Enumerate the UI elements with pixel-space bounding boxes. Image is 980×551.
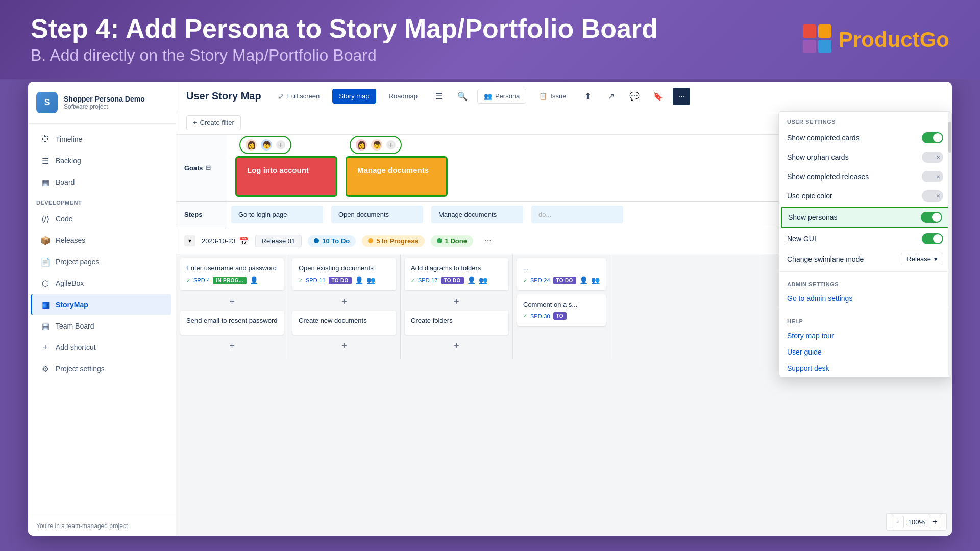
new-gui-toggle[interactable] xyxy=(922,233,943,244)
goals-cards-area: 👩 👦 + Log into account 👩 xyxy=(227,135,456,201)
task-column-4: ... ✓ SPD-24 TO DO 👤 👥 Comment on a s... xyxy=(513,254,610,359)
user-group-icon-2: 👥 xyxy=(366,276,375,284)
dot-todo xyxy=(314,238,319,243)
chat-btn[interactable]: 💬 xyxy=(626,88,643,105)
avatar-add-1[interactable]: + xyxy=(275,139,286,151)
story-map-tour-link[interactable]: Story map tour xyxy=(779,328,951,344)
new-gui-label: New GUI xyxy=(787,235,816,243)
user-group-icon-3: 👥 xyxy=(479,276,487,284)
user-guide-link[interactable]: User guide xyxy=(779,344,951,360)
spd-badge-1: SPD-4 xyxy=(193,277,210,283)
show-completed-cards-label: Show completed cards xyxy=(787,134,860,142)
sidebar-item-backlog[interactable]: ☰ Backlog xyxy=(32,151,172,171)
bookmark-btn[interactable]: 🔖 xyxy=(649,88,667,105)
issue-btn[interactable]: 📋 Issue xyxy=(532,89,573,104)
show-orphan-cards-toggle[interactable] xyxy=(922,152,943,163)
show-personas-toggle[interactable] xyxy=(921,212,942,223)
task-card-2: Send email to resent password xyxy=(180,311,284,335)
create-filter-btn[interactable]: + Create filter xyxy=(186,115,241,130)
show-completed-cards-row: Show completed cards xyxy=(779,128,951,147)
filter-icon[interactable]: ⊟ xyxy=(206,164,211,171)
header-title: Step 4: Add Persona to Story Map/Portfol… xyxy=(31,14,658,43)
dropdown-scrollbar[interactable] xyxy=(948,112,951,377)
task-footer-3: ✓ SPD-17 TO DO 👤 👥 xyxy=(411,276,502,284)
sidebar-item-agilebox[interactable]: ⬡ AgileBox xyxy=(32,273,172,293)
svg-rect-3 xyxy=(818,40,831,53)
zoom-bar: - 100% + xyxy=(886,513,947,531)
board-icon: ▦ xyxy=(40,177,51,187)
spd-badge-2: SPD-11 xyxy=(306,277,326,283)
use-epic-color-toggle[interactable] xyxy=(922,190,943,202)
support-desk-link[interactable]: Support desk xyxy=(779,360,951,377)
sidebar-item-label: Backlog xyxy=(56,157,81,165)
go-to-admin-settings-link[interactable]: Go to admin settings xyxy=(779,290,951,307)
spd-badge-3: SPD-17 xyxy=(418,277,438,283)
roadmap-tab[interactable]: Roadmap xyxy=(382,89,424,104)
steps-cards: Go to login page Open documents Manage d… xyxy=(227,202,627,228)
sidebar-item-team-board[interactable]: ▦ Team Board xyxy=(32,316,172,336)
sidebar-item-storymap[interactable]: ▦ StoryMap xyxy=(31,294,172,315)
spd-badge-5: SPD-30 xyxy=(530,313,550,319)
admin-settings-title: ADMIN SETTINGS xyxy=(779,274,951,290)
release-toggle[interactable]: ▾ xyxy=(184,235,195,246)
show-completed-cards-toggle[interactable] xyxy=(922,132,943,143)
status-chip-1: IN PROG... xyxy=(213,277,247,284)
task-card-1: Enter username and password ✓ SPD-4 IN P… xyxy=(180,258,284,290)
task-footer-1: ✓ SPD-4 IN PROG... 👤 xyxy=(186,276,278,284)
svg-rect-2 xyxy=(803,40,816,53)
search-btn[interactable]: 🔍 xyxy=(454,88,471,105)
swimlane-select[interactable]: Release ▾ xyxy=(901,253,943,265)
share-btn[interactable]: ↗ xyxy=(602,88,620,105)
release-more-btn[interactable]: ··· xyxy=(479,232,497,249)
sidebar-item-releases[interactable]: 📦 Releases xyxy=(32,230,172,251)
topbar-title: User Story Map xyxy=(186,90,261,102)
svg-rect-1 xyxy=(818,24,831,38)
calendar-icon[interactable]: 📅 xyxy=(239,236,249,246)
task-card-5: Add diagrams to folders ✓ SPD-17 TO DO 👤… xyxy=(405,258,508,290)
more-btn[interactable]: ··· xyxy=(673,88,690,105)
add-card-3[interactable]: + xyxy=(337,294,352,309)
project-avatar: S xyxy=(36,92,58,113)
show-personas-row: Show personas xyxy=(781,207,949,228)
sidebar-item-label: Team Board xyxy=(56,322,94,330)
sidebar-item-label: Project settings xyxy=(56,365,105,373)
step-card-2: Open documents xyxy=(331,206,423,223)
badge-inprogress: 5 In Progress xyxy=(362,235,424,247)
dot-done xyxy=(437,238,442,243)
badge-done: 1 Done xyxy=(431,235,473,247)
zoom-level: 100% xyxy=(908,518,925,526)
sidebar-item-timeline[interactable]: ⏱ Timeline xyxy=(32,129,172,149)
avatar-add-2[interactable]: + xyxy=(385,139,397,151)
show-completed-releases-toggle[interactable] xyxy=(922,171,943,182)
show-orphan-cards-row: Show orphan cards xyxy=(779,147,951,167)
story-map-tab[interactable]: Story map xyxy=(332,89,376,104)
sidebar-item-board[interactable]: ▦ Board xyxy=(32,172,172,192)
task-card-8: Comment on a s... ✓ SPD-30 TO xyxy=(517,294,606,326)
plus-icon: + xyxy=(193,119,197,127)
project-type: Software project xyxy=(64,103,145,110)
spd-check-2: ✓ xyxy=(299,278,303,283)
zoom-minus-btn[interactable]: - xyxy=(892,516,904,528)
full-screen-btn[interactable]: ⤢ Full screen xyxy=(272,89,327,104)
status-chip-2: TO DO xyxy=(329,277,352,284)
sidebar-item-add-shortcut[interactable]: + Add shortcut xyxy=(32,337,172,358)
step-card-1: Go to login page xyxy=(231,206,323,223)
sidebar-item-code[interactable]: ⟨/⟩ Code xyxy=(32,209,172,229)
code-icon: ⟨/⟩ xyxy=(40,214,51,224)
add-card-4[interactable]: + xyxy=(337,339,352,353)
add-card-5[interactable]: + xyxy=(450,294,464,309)
sidebar-item-project-pages[interactable]: 📄 Project pages xyxy=(32,252,172,272)
sidebar-item-label: Project pages xyxy=(56,258,100,266)
add-card-6[interactable]: + xyxy=(450,339,464,353)
dot-inprogress xyxy=(368,238,373,243)
upload-btn[interactable]: ⬆ xyxy=(579,88,596,105)
zoom-plus-btn[interactable]: + xyxy=(929,516,941,528)
persona-icon: 👥 xyxy=(484,92,492,100)
add-card-1[interactable]: + xyxy=(225,294,239,309)
swimlane-label: Change swimlane mode xyxy=(787,255,864,263)
list-view-btn[interactable]: ☰ xyxy=(430,88,448,105)
sidebar-item-project-settings[interactable]: ⚙ Project settings xyxy=(32,359,172,379)
goal-card-2: Manage documents xyxy=(346,156,448,197)
persona-btn[interactable]: 👥 Persona xyxy=(477,89,526,104)
add-card-2[interactable]: + xyxy=(225,339,239,353)
